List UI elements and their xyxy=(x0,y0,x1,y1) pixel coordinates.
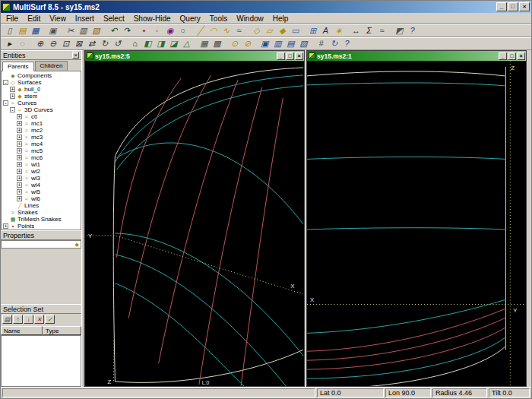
tree-expander-icon[interactable]: + xyxy=(3,223,8,229)
tree-expander-icon[interactable]: + xyxy=(17,114,22,119)
menu-item[interactable]: View xyxy=(45,14,71,24)
plane-icon[interactable]: ▭ xyxy=(289,25,302,36)
tree-expander-icon[interactable]: + xyxy=(17,135,22,140)
tree-expander-icon[interactable]: - xyxy=(3,100,8,106)
tree-expander-icon[interactable]: + xyxy=(17,121,22,126)
ruled-surface-icon[interactable]: ▱ xyxy=(263,25,276,36)
menu-item[interactable]: Insert xyxy=(71,14,99,24)
tree-expander-icon[interactable]: + xyxy=(17,148,22,154)
hide-icon[interactable]: ⊘ xyxy=(241,38,254,49)
tree-item[interactable]: + ≈ mc6 xyxy=(2,154,81,161)
tree-expander-icon[interactable]: - xyxy=(3,80,8,85)
cursor-icon[interactable]: ▸ xyxy=(3,38,16,49)
redo-icon[interactable]: ↷ xyxy=(120,25,133,36)
tab-parents[interactable]: Parents xyxy=(2,62,34,71)
zoom-fit-icon[interactable]: ⊠ xyxy=(72,38,85,49)
menu-item[interactable]: File xyxy=(2,14,23,24)
tree-item[interactable]: + ◆ hull_0 xyxy=(2,86,81,93)
tree-expander-icon[interactable]: + xyxy=(10,87,15,92)
front-view-icon[interactable]: ◧ xyxy=(141,38,154,49)
tree-expander-icon[interactable]: - xyxy=(10,107,15,112)
maximize-button[interactable]: □ xyxy=(508,2,518,11)
rotate-icon[interactable]: ↻ xyxy=(98,38,111,49)
tree-expander-icon[interactable]: + xyxy=(17,182,22,188)
properties-pin-icon[interactable]: ◆ xyxy=(75,242,79,248)
mass-properties-icon[interactable]: Σ xyxy=(363,25,375,36)
point-icon[interactable]: • xyxy=(138,25,150,36)
tree-expander-icon[interactable]: + xyxy=(17,196,22,201)
refresh-icon[interactable]: ↻ xyxy=(328,38,340,49)
tree-item[interactable]: + ≈ mc5 xyxy=(2,147,81,154)
pan-icon[interactable]: ⇄ xyxy=(85,38,98,49)
arc-icon[interactable]: ◠ xyxy=(207,25,220,36)
tree-item[interactable]: + ≈ mc4 xyxy=(2,141,81,147)
show-icon[interactable]: ⊙ xyxy=(228,38,241,49)
view-close-button[interactable]: × xyxy=(517,52,525,60)
context-help-icon[interactable]: ? xyxy=(340,38,353,49)
spin-icon[interactable]: ↺ xyxy=(111,38,124,49)
frame-icon[interactable]: ⊞ xyxy=(306,25,319,36)
view-minimize-button[interactable]: _ xyxy=(499,52,507,60)
tree-expander-icon[interactable]: + xyxy=(17,169,22,174)
column-header-type[interactable]: Type xyxy=(43,326,81,335)
measure-icon[interactable]: ↔ xyxy=(350,25,363,36)
tree-item[interactable]: - ≈ Curves xyxy=(2,100,81,106)
tree-item[interactable]: + ≈ mc3 xyxy=(2,134,81,141)
selection-apply-icon[interactable]: ✓ xyxy=(45,315,55,324)
tree-item[interactable]: + ≈ mc1 xyxy=(2,120,81,127)
tree-item[interactable]: + ≈ wl6 xyxy=(2,195,81,202)
text-icon[interactable]: A xyxy=(319,25,332,36)
tree-item[interactable]: + ≈ wl3 xyxy=(2,175,81,182)
cascade-icon[interactable]: ▧ xyxy=(297,38,310,49)
surface-icon[interactable]: ◇ xyxy=(250,25,263,36)
tree-expander-icon[interactable]: + xyxy=(17,162,22,167)
zoom-in-icon[interactable]: ⊕ xyxy=(33,38,46,49)
tree-item[interactable]: - ◇ Surfaces xyxy=(2,79,81,86)
menu-item[interactable]: Window xyxy=(232,14,268,24)
home-view-icon[interactable]: ⌂ xyxy=(128,38,141,49)
snake-icon[interactable]: ≈ xyxy=(233,25,245,36)
print-icon[interactable]: ▣ xyxy=(46,25,59,36)
view-restore-button[interactable]: □ xyxy=(286,52,294,60)
selection-move-up-icon[interactable]: ↑ xyxy=(13,315,23,324)
render-icon[interactable]: ◩ xyxy=(393,25,406,36)
perspective-view-icon[interactable]: △ xyxy=(180,38,193,49)
view-minimize-button[interactable]: _ xyxy=(277,52,285,60)
tree-expander-icon[interactable]: + xyxy=(10,93,15,99)
tree-item[interactable]: + ≈ wl5 xyxy=(2,188,81,195)
column-header-name[interactable]: Name xyxy=(1,326,43,335)
cut-icon[interactable]: ✂ xyxy=(64,25,77,36)
line-icon[interactable]: ╱ xyxy=(194,25,207,36)
snap-icon[interactable]: # xyxy=(315,38,328,49)
tree-item[interactable]: + ≈ wl4 xyxy=(2,182,81,188)
zoom-out-icon[interactable]: ⊖ xyxy=(46,38,59,49)
tree-item[interactable]: ≈ Snakes xyxy=(2,209,81,216)
selection-move-down-icon[interactable]: ↓ xyxy=(24,315,33,324)
tree-item[interactable]: + ≈ mc2 xyxy=(2,127,81,134)
tree-item[interactable]: ▦ TriMesh Snakes xyxy=(2,216,81,223)
magnet-icon[interactable]: ◉ xyxy=(163,25,176,36)
tree-expander-icon[interactable]: + xyxy=(17,176,22,181)
wireframe-icon[interactable]: ▦ xyxy=(198,38,211,49)
tree-item[interactable]: ◈ Components xyxy=(2,72,81,79)
tree-item[interactable]: ╱ Lines xyxy=(2,202,81,209)
curve-icon[interactable]: ∿ xyxy=(220,25,233,36)
rev-surface-icon[interactable]: ◆ xyxy=(276,25,289,36)
drawing-canvas-profile[interactable]: Y X Z L:0 xyxy=(85,61,304,386)
tile-horizontal-icon[interactable]: ▥ xyxy=(271,38,284,49)
close-button[interactable]: × xyxy=(519,2,530,11)
tree-expander-icon[interactable]: + xyxy=(17,141,22,147)
view-restore-button[interactable]: □ xyxy=(508,52,516,60)
hydrostatics-icon[interactable]: ≈ xyxy=(375,25,388,36)
tile-vertical-icon[interactable]: ▤ xyxy=(284,38,297,49)
tree-item[interactable]: + ≈ wl2 xyxy=(2,168,81,175)
lasso-icon[interactable]: ◌ xyxy=(16,38,29,49)
menu-item[interactable]: Select xyxy=(99,14,129,24)
undo-icon[interactable]: ↶ xyxy=(107,25,120,36)
menu-item[interactable]: Query xyxy=(176,14,205,24)
tree-item[interactable]: + ≈ wl1 xyxy=(2,161,81,168)
help-icon[interactable]: ? xyxy=(406,25,419,36)
menu-item[interactable]: Tools xyxy=(205,14,232,24)
ring-icon[interactable]: ○ xyxy=(176,25,189,36)
copy-icon[interactable]: ▥ xyxy=(77,25,90,36)
